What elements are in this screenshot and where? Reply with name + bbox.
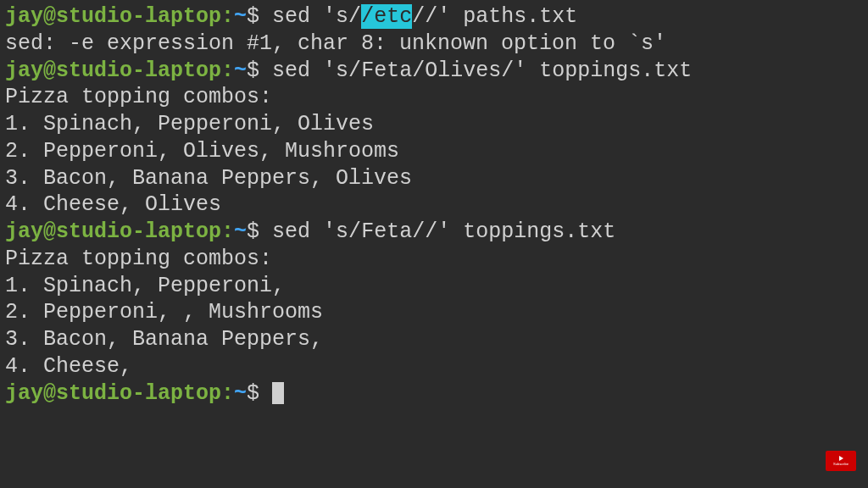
command-text: sed 's/Feta/Olives/' toppings.txt: [272, 58, 692, 83]
output-line: 3. Bacon, Banana Peppers, Olives: [5, 165, 863, 192]
prompt-path: ~: [234, 219, 247, 244]
output-line: 4. Cheese,: [5, 353, 863, 380]
terminal-output[interactable]: jay@studio-laptop:~$ sed 's//etc//' path…: [5, 3, 863, 407]
output-line: Pizza topping combos:: [5, 84, 863, 111]
subscribe-badge[interactable]: Subscribe: [826, 451, 856, 471]
output-line: 3. Bacon, Banana Peppers,: [5, 326, 863, 353]
prompt-line-4: jay@studio-laptop:~$: [5, 380, 863, 408]
output-line: 2. Pepperoni, , Mushrooms: [5, 299, 863, 326]
prompt-user: jay@studio-laptop: [5, 4, 221, 29]
prompt-sep: :: [221, 4, 234, 29]
prompt-line-2: jay@studio-laptop:~$ sed 's/Feta/Olives/…: [5, 58, 863, 85]
prompt-path: ~: [234, 4, 247, 29]
prompt-dollar: $: [247, 58, 259, 83]
prompt-path: ~: [234, 381, 247, 406]
prompt-dollar: $: [247, 4, 259, 29]
output-line: 4. Cheese, Olives: [5, 191, 863, 219]
prompt-dollar: $: [247, 219, 259, 244]
command-text: sed 's/Feta//' toppings.txt: [272, 219, 615, 244]
command-highlight: /etc: [361, 4, 412, 29]
output-line: Pizza topping combos:: [5, 246, 863, 273]
prompt-sep: :: [221, 219, 234, 244]
prompt-user: jay@studio-laptop: [5, 381, 221, 406]
command-text: //' paths.txt: [412, 4, 577, 29]
prompt-sep: :: [221, 381, 234, 406]
prompt-user: jay@studio-laptop: [5, 58, 221, 83]
output-line: 1. Spinach, Pepperoni, Olives: [5, 111, 863, 138]
output-line: 2. Pepperoni, Olives, Mushrooms: [5, 138, 863, 165]
prompt-dollar: $: [247, 381, 259, 406]
prompt-sep: :: [221, 58, 234, 83]
output-line: 1. Spinach, Pepperoni,: [5, 273, 863, 300]
output-line: sed: -e expression #1, char 8: unknown o…: [5, 30, 863, 58]
cursor-block: [272, 382, 284, 404]
prompt-line-1: jay@studio-laptop:~$ sed 's//etc//' path…: [5, 3, 863, 30]
command-text: sed 's/: [272, 4, 361, 29]
subscribe-label: Subscribe: [833, 462, 849, 466]
prompt-path: ~: [234, 58, 247, 83]
prompt-line-3: jay@studio-laptop:~$ sed 's/Feta//' topp…: [5, 219, 863, 246]
prompt-user: jay@studio-laptop: [5, 219, 221, 244]
